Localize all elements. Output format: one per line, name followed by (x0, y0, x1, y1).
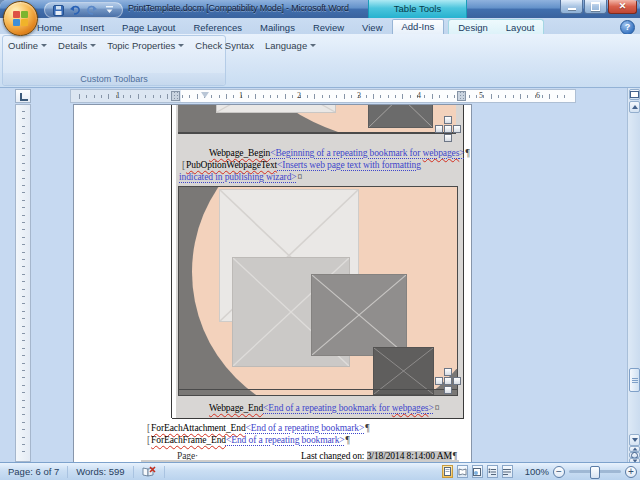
horizontal-ruler[interactable]: 1 1 2 3 4 5 6 (70, 89, 576, 103)
help-icon[interactable]: ? (620, 20, 635, 35)
doc-line-foreach-attachment[interactable]: [ForEachAttachment_End<End of a repeatin… (147, 422, 369, 434)
zoom-in-button[interactable]: + (625, 466, 637, 478)
ruler-number: 6 (536, 91, 540, 100)
group-label: Custom Toolbars (3, 73, 225, 85)
ruler-toggle-button[interactable] (629, 89, 640, 100)
minimize-button[interactable] (560, 0, 583, 14)
outline-menu[interactable]: Outline (8, 40, 47, 51)
indent-marker[interactable] (201, 92, 209, 98)
quick-access-toolbar (44, 2, 123, 18)
tab-mailings[interactable]: Mailings (251, 20, 304, 34)
print-layout-icon (444, 467, 451, 476)
ruler-icon (630, 91, 639, 98)
tab-design[interactable]: Design (449, 20, 497, 34)
ruler-number: 2 (297, 91, 301, 100)
tab-references[interactable]: References (184, 20, 251, 34)
details-menu[interactable]: Details (58, 40, 96, 51)
arrow-down-icon (632, 438, 638, 442)
picture-main[interactable] (178, 186, 458, 396)
document-page[interactable]: Webpage_Begin<Beginning of a repeating b… (73, 104, 472, 462)
bookmark-bracket-icon: [ (147, 423, 150, 433)
topic-properties-menu[interactable]: Topic Properties (107, 40, 184, 51)
table-tools-contextual-label: Table Tools (368, 0, 467, 18)
image-placeholder-gray[interactable] (311, 274, 407, 356)
picture-top-partial[interactable] (178, 105, 456, 134)
zoom-slider-thumb[interactable] (590, 466, 600, 479)
zoom-level[interactable]: 100% (525, 466, 549, 477)
close-button[interactable]: ✕ (608, 0, 637, 14)
document-workspace: 1 1 2 3 4 5 6 (0, 88, 640, 462)
restore-button[interactable] (584, 0, 607, 14)
proofing-book-icon (142, 466, 156, 477)
ribbon-tab-row: Home Insert Page Layout References Maili… (0, 18, 640, 34)
tab-view[interactable]: View (353, 20, 391, 34)
draft-icon (503, 468, 511, 476)
ruler-number: 1 (116, 91, 120, 100)
minimize-icon (568, 8, 576, 10)
image-placeholder-dark[interactable] (373, 347, 434, 395)
doc-line-puboption-1[interactable]: [PubOptionWebpageText<Inserts web page t… (182, 159, 421, 171)
outline-view-button[interactable] (487, 465, 498, 478)
tab-add-ins[interactable]: Add-Ins (392, 19, 445, 34)
tab-review[interactable]: Review (304, 20, 353, 34)
check-syntax-button[interactable]: Check Syntax (195, 40, 254, 51)
arrow-up-icon (632, 105, 638, 109)
tab-stop-selector[interactable] (15, 89, 31, 103)
page-indicator[interactable]: Page: 6 of 7 (0, 466, 68, 478)
vertical-ruler[interactable] (15, 104, 31, 462)
custom-toolbar-items: Outline Details Topic Properties Check S… (8, 40, 316, 51)
zoom-slider[interactable] (569, 470, 621, 473)
proofing-status[interactable] (134, 466, 165, 478)
vertical-scrollbar[interactable] (627, 88, 640, 462)
doc-line-foreach-frame[interactable]: [ForEachFrame_End<End of a repeating boo… (147, 434, 350, 446)
office-button[interactable] (3, 1, 38, 36)
custom-toolbars-group: Outline Details Topic Properties Check S… (2, 35, 226, 86)
pilcrow-mark: ¶ (466, 148, 470, 158)
resize-handle-cluster[interactable] (435, 368, 461, 394)
table-border-left (171, 105, 172, 418)
image-placeholder[interactable] (368, 105, 433, 128)
table-column-marker[interactable] (171, 91, 180, 101)
close-icon: ✕ (619, 1, 627, 12)
language-menu[interactable]: Language (265, 40, 316, 51)
outline-icon (488, 468, 496, 476)
tab-layout[interactable]: Layout (497, 20, 544, 34)
tab-stop-icon (20, 93, 28, 101)
scrollbar-thumb[interactable] (629, 368, 640, 392)
web-layout-icon (473, 468, 481, 476)
chevron-down-icon (178, 44, 184, 47)
ruler-margin-shade (71, 90, 181, 102)
chevron-down-icon (41, 44, 47, 47)
full-screen-reading-view-button[interactable] (457, 465, 468, 478)
image-placeholder[interactable] (216, 105, 336, 113)
scroll-up-button[interactable] (629, 101, 640, 113)
redo-icon[interactable] (86, 5, 98, 16)
ruler-number: 1 (239, 91, 243, 100)
bookmark-bracket-icon: [ (182, 160, 185, 170)
web-layout-view-button[interactable] (472, 465, 483, 478)
print-layout-view-button[interactable] (442, 465, 453, 478)
ribbon: Outline Details Topic Properties Check S… (0, 34, 640, 88)
word-count[interactable]: Words: 599 (68, 466, 133, 478)
zoom-out-button[interactable]: − (553, 466, 565, 478)
doc-line-webpage-end[interactable]: Webpage_End<End of a repeating bookmark … (209, 402, 439, 414)
contextual-tab-group: Design Layout (448, 19, 544, 34)
undo-icon[interactable] (69, 5, 81, 16)
pilcrow-mark: ¶ (346, 435, 350, 445)
pilcrow-mark: ¶ (365, 423, 369, 433)
doc-line-webpage-begin[interactable]: Webpage_Begin<Beginning of a repeating b… (209, 147, 470, 159)
end-of-cell-mark: ¤ (435, 403, 440, 413)
scroll-down-button[interactable] (629, 434, 640, 446)
doc-line-puboption-2[interactable]: indicated in publishing wizard>¤ (179, 171, 302, 183)
save-icon[interactable] (52, 5, 64, 16)
tab-insert[interactable]: Insert (71, 20, 113, 34)
resize-handle-cluster[interactable] (435, 116, 461, 142)
table-gridline (179, 389, 457, 390)
chevron-down-icon (90, 44, 96, 47)
draft-view-button[interactable] (502, 465, 513, 478)
customize-quick-access-icon[interactable] (103, 5, 115, 16)
table-column-marker[interactable] (457, 91, 466, 101)
ribbon-tabs: Home Insert Page Layout References Maili… (28, 18, 544, 34)
restore-icon (591, 2, 600, 11)
tab-page-layout[interactable]: Page Layout (113, 20, 184, 34)
